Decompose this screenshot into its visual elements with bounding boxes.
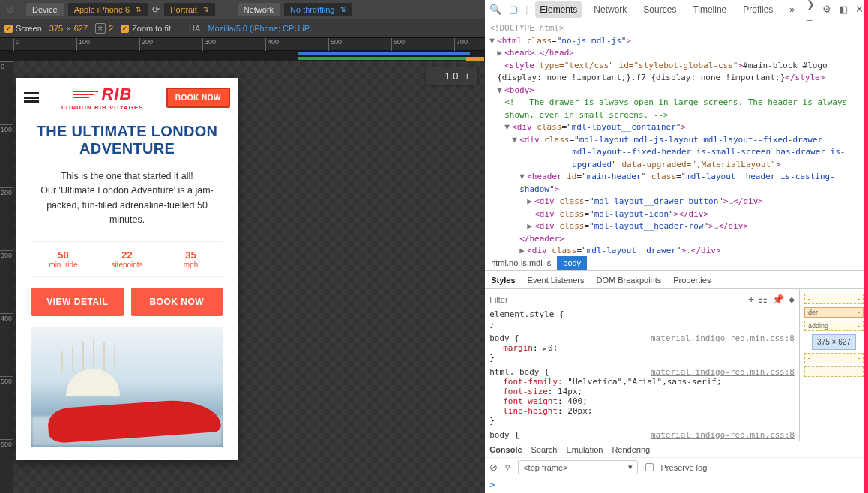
site-logo[interactable]: RIB LONDON RIB VOYAGES — [45, 85, 160, 111]
device-label: Device — [26, 3, 64, 16]
zoom-out-button[interactable]: − — [433, 70, 439, 82]
box-model-content: 375 × 627 — [812, 334, 856, 350]
horizontal-ruler: 0 100 200 300 400 500 600 700 — [0, 37, 485, 51]
preserve-log-label: Preserve log — [661, 463, 708, 472]
hero-image — [31, 327, 223, 447]
vertical-ruler: 0 100 200 300 400 500 600 — [0, 61, 13, 493]
stylesheet-link[interactable]: material.indigo-red.min.css:8 — [651, 333, 795, 343]
drawer-tab-emulation[interactable]: Emulation — [566, 445, 603, 454]
cancel-icon[interactable]: ⊘ — [6, 4, 14, 15]
chevron-updown-icon: ⇅ — [340, 6, 346, 13]
media-query-bars[interactable] — [0, 51, 485, 61]
dpr-field[interactable]: ⤧2 — [95, 23, 113, 34]
viewport-height[interactable]: 627 — [74, 24, 88, 33]
tab-profiles[interactable]: Profiles — [738, 1, 777, 18]
tab-timeline[interactable]: Timeline — [688, 1, 731, 18]
network-label: Network — [238, 3, 280, 16]
hamburger-icon[interactable] — [24, 92, 39, 103]
book-now-button[interactable]: BOOK NOW — [131, 288, 223, 316]
drawer-tab-search[interactable]: Search — [531, 445, 558, 454]
throttling-select[interactable]: No throttling ⇅ — [284, 3, 352, 16]
stylesheet-link[interactable]: material.indigo-red.min.css:8 — [651, 367, 795, 377]
breadcrumb-body[interactable]: body — [557, 256, 587, 270]
device-select[interactable]: Apple iPhone 6 ⇅ — [68, 3, 148, 16]
more-icon[interactable]: ◆ — [789, 294, 795, 305]
pin-icon[interactable]: 📌 — [772, 294, 784, 305]
zoom-to-fit-checkbox[interactable]: ✓Zoom to fit — [121, 24, 171, 33]
styles-panel[interactable]: + ⚏ 📌 ◆ element.style {} material.indigo… — [485, 289, 799, 441]
drawer-tab-rendering[interactable]: Rendering — [612, 445, 650, 454]
device-mode-icon[interactable]: ▢ — [509, 4, 518, 15]
stylesheet-link[interactable]: material.indigo-red.min.css:8 — [651, 430, 795, 440]
intro-text-1: This is the one that started it all! — [31, 169, 223, 184]
ua-value[interactable]: Mozilla/5.0 (iPhone; CPU iP… — [208, 24, 318, 33]
new-rule-icon[interactable]: + — [748, 294, 754, 305]
book-now-header-button[interactable]: BOOK NOW — [166, 88, 230, 108]
toggle-state-icon[interactable]: ⚏ — [759, 294, 768, 305]
page-title: THE ULTIMATE LONDON ADVENTURE — [31, 123, 223, 157]
intro-text-2: Our 'Ultimate London Adventure' is a jam… — [31, 184, 223, 227]
viewport-width[interactable]: 375 — [49, 24, 63, 33]
view-detail-button[interactable]: VIEW DETAIL — [31, 288, 124, 316]
drawer-tab-console[interactable]: Console — [489, 445, 522, 454]
reload-icon[interactable]: ⟳ — [152, 4, 160, 15]
chevron-updown-icon: ⇅ — [203, 6, 209, 13]
breadcrumb-html[interactable]: html.no-js.mdl-js — [485, 256, 557, 270]
orientation-select[interactable]: Portrait ⇅ — [164, 3, 214, 16]
tab-dom-breakpoints[interactable]: DOM Breakpoints — [590, 273, 667, 288]
styles-tabs: Styles Event Listeners DOM Breakpoints P… — [485, 271, 868, 289]
console-toolbar: ⊘ ▿ <top frame>▾ Preserve log — [485, 457, 868, 477]
tab-event-listeners[interactable]: Event Listeners — [522, 273, 591, 288]
dom-tree[interactable]: <!DOCTYPE html> ▼<html class="no-js mdl-… — [485, 19, 868, 255]
tab-sources[interactable]: Sources — [639, 1, 681, 18]
device-viewport-area: 0 100 200 300 400 500 600 − 1.0 + RIB — [0, 61, 485, 493]
tab-network[interactable]: Network — [589, 1, 631, 18]
tab-styles[interactable]: Styles — [485, 273, 521, 288]
zoom-in-button[interactable]: + — [465, 70, 471, 82]
dom-breadcrumb: html.no-js.mdl-js body — [485, 255, 868, 271]
clear-console-icon[interactable]: ⊘ — [489, 462, 498, 473]
ua-label: UA — [189, 24, 200, 33]
right-edge-decoration — [864, 0, 868, 493]
frame-select[interactable]: <top frame>▾ — [518, 460, 637, 474]
preserve-log-checkbox[interactable] — [645, 463, 654, 471]
device-subtoolbar: ✓Screen 375×627 ⤧2 ✓Zoom to fit UA Mozil… — [0, 19, 485, 37]
chevron-updown-icon: ⇅ — [136, 6, 142, 13]
tab-elements[interactable]: Elements — [535, 1, 582, 18]
box-model-panel: -- der- adding- 375 × 627 -- -- — [799, 289, 868, 441]
tabs-overflow[interactable]: » — [785, 1, 799, 18]
console-drawer-icon[interactable]: ❯_ — [807, 0, 815, 21]
dock-icon[interactable]: ◧ — [839, 4, 848, 15]
styles-filter-input[interactable] — [489, 295, 534, 304]
close-icon[interactable]: ✕ — [855, 4, 864, 15]
filter-icon[interactable]: ▿ — [505, 462, 510, 473]
emulated-page[interactable]: RIB LONDON RIB VOYAGES BOOK NOW THE ULTI… — [16, 78, 238, 460]
device-toolbar: ⊘ Device Apple iPhone 6 ⇅ ⟳ Portrait ⇅ N… — [0, 0, 485, 19]
zoom-value: 1.0 — [445, 70, 459, 82]
drawer-tabs: Console Search Emulation Rendering — [485, 441, 868, 457]
screen-checkbox[interactable]: ✓Screen — [4, 24, 42, 33]
stats-row: 50min. ride 22sitepoints 35mph — [31, 241, 223, 277]
devtools-toolbar: 🔍 ▢ | Elements Network Sources Timeline … — [485, 0, 868, 19]
settings-gear-icon[interactable]: ⚙ — [822, 4, 831, 15]
inspect-icon[interactable]: 🔍 — [489, 4, 501, 15]
tab-properties[interactable]: Properties — [667, 273, 717, 288]
console-prompt[interactable]: > — [485, 477, 868, 493]
zoom-control: − 1.0 + — [426, 67, 477, 85]
